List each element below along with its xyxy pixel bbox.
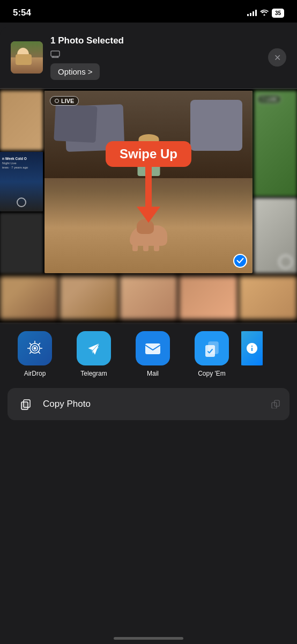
strip-photo-1[interactable] [0, 276, 58, 319]
svg-rect-6 [205, 345, 215, 357]
copyem-label: Copy 'Em [198, 370, 226, 377]
left-photo-column: n Week Cold O Night Live iews · 7 years … [0, 91, 43, 273]
svg-rect-8 [21, 402, 28, 409]
app-airdrop[interactable]: AirDrop [5, 331, 64, 377]
header-subtitle [50, 49, 261, 58]
status-icons: 35 [247, 9, 284, 18]
airdrop-label: AirDrop [24, 370, 46, 377]
photo-cell-left-top[interactable] [0, 91, 43, 150]
telegram-icon [77, 331, 111, 365]
mail-icon [136, 331, 170, 365]
svg-rect-0 [51, 51, 60, 56]
svg-point-3 [34, 347, 36, 349]
unselect-circle[interactable] [17, 197, 26, 207]
photo-cell-right-bot[interactable] [254, 198, 297, 273]
share-header: 1 Photo Selected Options > ✕ [0, 27, 297, 89]
copy-action-icon-right [271, 400, 280, 408]
signal-icon [247, 10, 257, 16]
header-title: 1 Photo Selected [50, 35, 261, 46]
wifi-icon [260, 9, 269, 17]
battery-indicator: 35 [272, 9, 284, 18]
airdrop-icon [18, 331, 52, 365]
photo-cell-right-top[interactable]: LIVE [254, 91, 297, 196]
strip-photo-5[interactable] [239, 276, 297, 319]
copyem-icon [195, 331, 229, 365]
header-info: 1 Photo Selected Options > [50, 35, 261, 80]
right-photo-column: LIVE [254, 91, 297, 273]
strip-photo-2[interactable] [60, 276, 117, 319]
photo-strip [0, 275, 297, 323]
photo-selection-checkmark[interactable] [233, 254, 247, 268]
app-partial[interactable] [241, 331, 263, 377]
copy-photo-action[interactable]: Copy Photo [8, 388, 289, 420]
app-mail[interactable]: Mail [123, 331, 182, 377]
close-button[interactable]: ✕ [268, 48, 286, 67]
mail-label: Mail [147, 370, 159, 377]
app-share-row: AirDrop Telegram Mail [0, 323, 297, 386]
status-time: 5:54 [13, 8, 31, 18]
partial-app-icon [241, 331, 263, 365]
home-indicator [114, 637, 183, 640]
live-badge: LIVE [50, 96, 79, 106]
main-photo-cell[interactable]: LIVE Swipe Up [44, 91, 253, 273]
photo-cell-left-mid[interactable]: n Week Cold O Night Live iews · 7 years … [0, 152, 43, 211]
strip-photo-3[interactable] [120, 276, 177, 319]
photo-grid: n Week Cold O Night Live iews · 7 years … [0, 89, 297, 275]
options-button[interactable]: Options > [50, 63, 100, 80]
photo-selection-circle-right[interactable] [279, 255, 293, 269]
svg-rect-4 [145, 343, 160, 354]
status-bar: 5:54 35 [0, 0, 297, 23]
share-sheet: 1 Photo Selected Options > ✕ [0, 27, 297, 644]
strip-photo-4[interactable] [179, 276, 237, 319]
telegram-label: Telegram [80, 370, 107, 377]
app-telegram[interactable]: Telegram [64, 331, 123, 377]
action-row: Copy Photo [8, 388, 289, 420]
copy-photo-label: Copy Photo [43, 399, 263, 409]
photo-cell-left-bot[interactable] [0, 213, 43, 273]
app-copyem[interactable]: Copy 'Em [182, 331, 241, 377]
selected-photo-thumbnail [11, 41, 43, 74]
copy-photo-icon [17, 396, 34, 413]
